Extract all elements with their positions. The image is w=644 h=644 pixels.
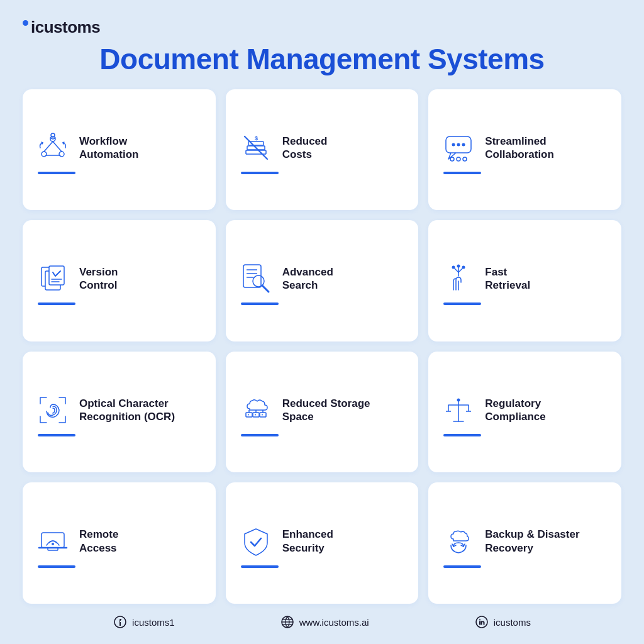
- card-bar: [241, 565, 279, 568]
- card-label-backup: Backup & DisasterRecovery: [485, 528, 579, 555]
- card-ocr: Optical CharacterRecognition (OCR): [23, 352, 216, 473]
- card-label-workflow: WorkflowAutomation: [79, 135, 138, 162]
- footer-website: www.icustoms.ai: [280, 615, 369, 629]
- svg-point-14: [457, 143, 460, 146]
- logo-dot: [23, 20, 28, 26]
- card-inner: Optical CharacterRecognition (OCR): [35, 392, 203, 428]
- card-inner: StreamlinedCollaboration: [441, 130, 609, 165]
- card-bar: [38, 565, 75, 568]
- footer-linkedin: icustoms: [475, 615, 531, 629]
- card-advanced-search: AdvancedSearch: [226, 220, 419, 341]
- card-bar: [38, 434, 75, 436]
- svg-point-11: [457, 157, 460, 161]
- card-inner: Backup & DisasterRecovery: [441, 524, 609, 559]
- svg-rect-51: [42, 533, 64, 548]
- card-label-remote: RemoteAccess: [79, 528, 118, 555]
- workflow-icon: [35, 130, 70, 165]
- logo-text: icustoms: [31, 18, 100, 37]
- card-label-ocr: Optical CharacterRecognition (OCR): [79, 397, 175, 424]
- security-icon: [238, 524, 274, 559]
- card-label-storage: Reduced StorageSpace: [282, 397, 370, 424]
- linkedin-icon: [475, 615, 489, 629]
- svg-point-38: [255, 414, 256, 416]
- card-bar: [38, 303, 75, 305]
- compliance-icon: [441, 392, 476, 428]
- card-label-costs: ReducedCosts: [282, 135, 328, 162]
- footer: icustoms1 www.icustoms.ai: [23, 608, 621, 631]
- card-version-control: VersionControl: [23, 220, 216, 341]
- card-label-search: AdvancedSearch: [282, 265, 333, 292]
- card-inner: RegulatoryCompliance: [441, 392, 609, 428]
- card-inner: RemoteAccess: [35, 524, 203, 559]
- card-bar: [241, 434, 279, 436]
- retrieval-icon: [441, 261, 476, 296]
- card-reduced-costs: $ ReducedCosts: [226, 89, 419, 211]
- svg-point-31: [452, 266, 455, 269]
- svg-rect-53: [48, 548, 58, 550]
- svg-point-15: [462, 143, 465, 146]
- card-streamlined-collaboration: StreamlinedCollaboration: [428, 89, 621, 211]
- card-fast-retrieval: FastRetrieval: [428, 220, 621, 341]
- svg-point-2: [42, 152, 47, 157]
- svg-point-33: [457, 265, 460, 268]
- footer-website-label: www.icustoms.ai: [299, 617, 369, 628]
- card-label-version: VersionControl: [79, 265, 118, 292]
- card-label-retrieval: FastRetrieval: [485, 265, 530, 292]
- search-icon: [238, 261, 274, 296]
- svg-point-39: [262, 414, 263, 416]
- card-remote-access: RemoteAccess: [23, 482, 216, 604]
- storage-icon: [238, 392, 274, 428]
- card-enhanced-security: EnhancedSecurity: [226, 482, 419, 604]
- svg-rect-61: [479, 621, 480, 625]
- svg-rect-4: [246, 150, 266, 154]
- card-inner: VersionControl: [35, 261, 203, 296]
- card-inner: EnhancedSecurity: [238, 524, 406, 559]
- svg-point-54: [52, 543, 54, 545]
- card-bar: [443, 565, 481, 568]
- card-bar: [443, 172, 481, 174]
- page-wrapper: icustoms Document Management Systems: [0, 0, 644, 644]
- ocr-icon: [35, 392, 70, 428]
- card-label-compliance: RegulatoryCompliance: [485, 397, 545, 424]
- footer-facebook: icustoms1: [113, 615, 175, 629]
- card-backup-recovery: Backup & DisasterRecovery: [428, 482, 621, 604]
- backup-icon: [441, 524, 476, 559]
- card-workflow-automation: WorkflowAutomation: [23, 89, 216, 211]
- card-reduced-storage: Reduced StorageSpace: [226, 352, 419, 473]
- version-icon: [35, 261, 70, 296]
- globe-icon: [280, 615, 294, 629]
- card-bar: [443, 303, 481, 305]
- footer-facebook-label: icustoms1: [132, 617, 175, 628]
- card-inner: $ ReducedCosts: [238, 130, 406, 165]
- card-bar: [241, 172, 279, 174]
- svg-point-50: [457, 399, 460, 402]
- collaboration-icon: [441, 130, 476, 165]
- card-regulatory-compliance: RegulatoryCompliance: [428, 352, 621, 473]
- svg-point-10: [450, 157, 454, 161]
- card-bar: [38, 172, 75, 174]
- svg-rect-21: [243, 265, 261, 287]
- costs-icon: $: [238, 130, 274, 165]
- logo-area: icustoms: [23, 18, 621, 37]
- remote-icon: [35, 524, 70, 559]
- svg-point-32: [462, 266, 465, 269]
- svg-point-1: [59, 152, 64, 157]
- features-grid: WorkflowAutomation $: [23, 89, 621, 604]
- svg-point-12: [463, 157, 467, 161]
- card-inner: AdvancedSearch: [238, 261, 406, 296]
- page-title: Document Management Systems: [23, 43, 621, 75]
- card-label-security: EnhancedSecurity: [282, 528, 333, 555]
- card-label-collaboration: StreamlinedCollaboration: [485, 135, 554, 162]
- svg-point-62: [479, 619, 480, 620]
- card-bar: [443, 434, 481, 436]
- svg-line-26: [262, 286, 269, 292]
- card-inner: WorkflowAutomation: [35, 130, 203, 165]
- card-bar: [241, 303, 279, 305]
- card-inner: FastRetrieval: [441, 261, 609, 296]
- card-inner: Reduced StorageSpace: [238, 392, 406, 428]
- svg-point-13: [452, 143, 455, 146]
- svg-text:$: $: [255, 135, 258, 142]
- svg-point-37: [248, 414, 249, 416]
- footer-linkedin-label: icustoms: [494, 617, 531, 628]
- facebook-icon: [113, 615, 127, 629]
